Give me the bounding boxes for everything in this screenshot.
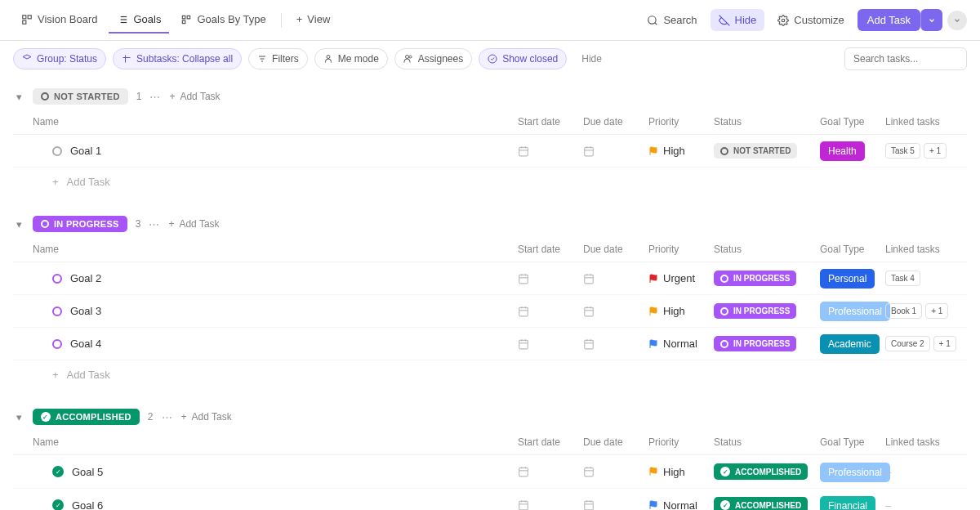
status-icon[interactable] [52, 274, 62, 284]
goal-name[interactable]: Goal 4 [70, 338, 101, 350]
tab-goals-by-type[interactable]: Goals By Type [172, 7, 274, 34]
table-row[interactable]: Goal 1HighNOT STARTEDHealthTask 5+ 1 [13, 135, 967, 168]
more-menu[interactable] [947, 11, 967, 30]
col-name[interactable]: Name [33, 436, 518, 448]
subtasks-pill[interactable]: Subtasks: Collapse all [113, 48, 242, 69]
cell-priority[interactable]: High [648, 145, 714, 157]
collapse-chevron[interactable]: ▾ [13, 218, 24, 230]
tab-vision-board[interactable]: Vision Board [13, 7, 105, 34]
group-more[interactable]: ⋯ [162, 411, 173, 423]
col-due-date[interactable]: Due date [583, 436, 648, 448]
cell-goal-type[interactable]: Professional [820, 466, 885, 478]
col-start-date[interactable]: Start date [518, 116, 583, 128]
cell-start-date[interactable] [518, 273, 583, 284]
cell-status[interactable]: ✓ACCOMPLISHED [714, 497, 820, 510]
linked-task[interactable]: Course 2 [885, 336, 930, 351]
tab-goals[interactable]: Goals [109, 7, 169, 34]
assignees-pill[interactable]: Assignees [394, 48, 472, 69]
cell-status[interactable]: IN PROGRESS [714, 336, 820, 351]
cell-goal-type[interactable]: Academic [820, 338, 885, 350]
show-closed-pill[interactable]: Show closed [479, 48, 567, 69]
col-goal-type[interactable]: Goal Type [820, 436, 885, 448]
status-icon[interactable] [52, 306, 62, 316]
cell-start-date[interactable] [518, 466, 583, 477]
status-badge[interactable]: IN PROGRESS [33, 216, 127, 232]
table-row[interactable]: Goal 2UrgentIN PROGRESSPersonalTask 4 [13, 262, 967, 295]
col-linked-tasks[interactable]: Linked tasks [885, 244, 967, 255]
cell-due-date[interactable] [583, 466, 648, 477]
table-row[interactable]: ✓Goal 6Normal✓ACCOMPLISHEDFinancial– [13, 489, 967, 510]
table-row[interactable]: Goal 4NormalIN PROGRESSAcademicCourse 2+… [13, 328, 967, 360]
linked-more[interactable]: + 1 [924, 143, 947, 159]
hide-toolbar-button[interactable]: Hide [573, 49, 610, 69]
cell-priority[interactable]: Normal [648, 499, 714, 511]
col-status[interactable]: Status [714, 116, 820, 128]
linked-task[interactable]: Book 1 [885, 303, 922, 319]
collapse-chevron[interactable]: ▾ [13, 91, 24, 103]
add-task-row[interactable]: +Add Task [13, 168, 967, 196]
status-icon[interactable]: ✓ [52, 466, 64, 477]
cell-start-date[interactable] [518, 306, 583, 317]
goal-name[interactable]: Goal 3 [70, 305, 101, 317]
cell-due-date[interactable] [583, 338, 648, 350]
group-more[interactable]: ⋯ [149, 218, 160, 230]
customize-button[interactable]: Customize [769, 9, 852, 31]
status-icon[interactable] [52, 146, 62, 156]
filters-pill[interactable]: Filters [248, 48, 308, 69]
tab-add-view[interactable]: + View [288, 7, 339, 34]
add-task-group[interactable]: +Add Task [168, 218, 219, 230]
hide-button[interactable]: Hide [710, 9, 765, 31]
col-linked-tasks[interactable]: Linked tasks [885, 116, 967, 128]
cell-status[interactable]: ✓ACCOMPLISHED [714, 463, 820, 480]
col-status[interactable]: Status [714, 436, 820, 448]
cell-goal-type[interactable]: Health [820, 145, 885, 157]
col-priority[interactable]: Priority [648, 436, 714, 448]
cell-status[interactable]: IN PROGRESS [714, 303, 820, 319]
add-task-group[interactable]: +Add Task [169, 91, 220, 102]
table-row[interactable]: ✓Goal 5High✓ACCOMPLISHEDProfessional– [13, 455, 967, 489]
cell-priority[interactable]: Urgent [648, 272, 714, 284]
search-tasks-input[interactable] [844, 47, 967, 70]
cell-goal-type[interactable]: Personal [820, 272, 885, 284]
linked-task[interactable]: Task 4 [885, 271, 920, 286]
col-goal-type[interactable]: Goal Type [820, 116, 885, 128]
cell-due-date[interactable] [583, 273, 648, 284]
add-task-button[interactable]: Add Task [858, 9, 920, 31]
linked-more[interactable]: + 1 [933, 336, 956, 351]
cell-priority[interactable]: Normal [648, 338, 714, 350]
cell-priority[interactable]: High [648, 466, 714, 478]
col-due-date[interactable]: Due date [583, 244, 648, 255]
col-linked-tasks[interactable]: Linked tasks [885, 436, 967, 448]
col-start-date[interactable]: Start date [518, 436, 583, 448]
col-start-date[interactable]: Start date [518, 244, 583, 255]
cell-start-date[interactable] [518, 145, 583, 157]
status-icon[interactable]: ✓ [52, 499, 64, 510]
cell-goal-type[interactable]: Professional [820, 305, 885, 317]
search-button[interactable]: Search [639, 9, 705, 31]
cell-due-date[interactable] [583, 499, 648, 510]
goal-name[interactable]: Goal 6 [72, 499, 103, 511]
add-task-row[interactable]: +Add Task [13, 360, 967, 389]
cell-priority[interactable]: High [648, 305, 714, 317]
goal-name[interactable]: Goal 1 [70, 145, 101, 157]
cell-status[interactable]: IN PROGRESS [714, 271, 820, 286]
group-pill[interactable]: Group: Status [13, 48, 106, 69]
col-priority[interactable]: Priority [648, 116, 714, 128]
cell-start-date[interactable] [518, 499, 583, 510]
table-row[interactable]: Goal 3HighIN PROGRESSProfessionalBook 1+… [13, 295, 967, 328]
collapse-chevron[interactable]: ▾ [13, 411, 24, 423]
cell-due-date[interactable] [583, 306, 648, 317]
me-mode-pill[interactable]: Me mode [314, 48, 388, 69]
col-name[interactable]: Name [33, 116, 518, 128]
col-status[interactable]: Status [714, 244, 820, 255]
col-goal-type[interactable]: Goal Type [820, 244, 885, 255]
status-badge[interactable]: ✓ACCOMPLISHED [33, 409, 140, 425]
col-due-date[interactable]: Due date [583, 116, 648, 128]
cell-status[interactable]: NOT STARTED [714, 143, 820, 159]
col-priority[interactable]: Priority [648, 244, 714, 255]
status-icon[interactable] [52, 339, 62, 349]
status-badge[interactable]: NOT STARTED [33, 88, 128, 105]
cell-goal-type[interactable]: Financial [820, 499, 885, 511]
col-name[interactable]: Name [33, 244, 518, 255]
cell-start-date[interactable] [518, 338, 583, 350]
